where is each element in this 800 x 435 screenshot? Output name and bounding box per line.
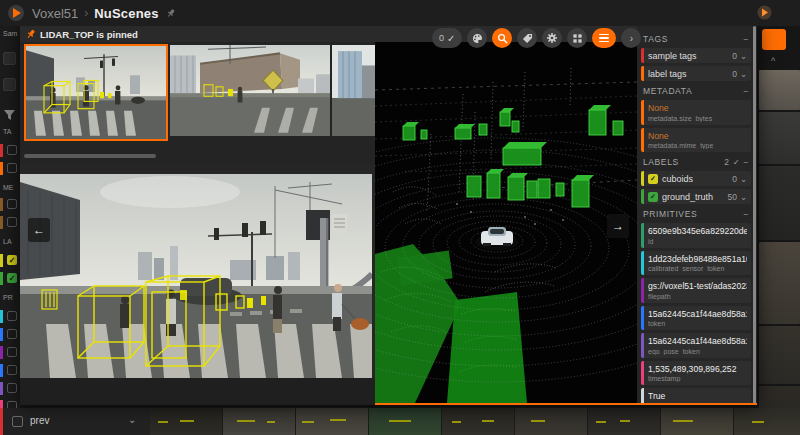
filmstrip-thumb[interactable] — [296, 408, 368, 435]
sidebar-row-ego-pose-token[interactable]: 15a62445ca1f44ae8d58a1f2c1fe947dego_pose… — [641, 333, 751, 358]
tag-button[interactable] — [517, 28, 537, 48]
sidebar-row-metadata-mime[interactable]: None metadata.mime_type — [641, 128, 751, 153]
labels-section-abbrev: LA — [3, 238, 12, 245]
strip-field-row[interactable] — [0, 144, 20, 157]
panels-button[interactable] — [567, 28, 587, 48]
tags-section-header: TAGS − — [643, 32, 749, 46]
labels-count-badge: 2 — [724, 157, 729, 167]
voxel51-logo-icon[interactable] — [8, 5, 24, 21]
sidebar-row-ground-truth[interactable]: ✓ ground_truth 50 ⌄ — [641, 189, 751, 204]
strip-field-row[interactable] — [0, 382, 20, 395]
sidebar-row-sample-tags[interactable]: sample tags 0 ⌄ — [641, 48, 751, 63]
camera-thumbnail-2[interactable] — [170, 45, 330, 136]
brand-name[interactable]: Voxel51 — [32, 6, 78, 21]
sidebar-row-metadata-size[interactable]: None metadata.size_bytes — [641, 100, 751, 125]
prev-camera-arrow[interactable]: ← — [28, 218, 50, 242]
arrow-left-icon: ← — [33, 223, 45, 237]
sidebar-scrollbar[interactable] — [753, 26, 756, 405]
tags-section-abbrev: TA — [3, 128, 11, 135]
background-grid-thumb[interactable] — [759, 242, 800, 324]
ground-truth-checkbox[interactable]: ✓ — [648, 192, 658, 202]
check-icon[interactable]: ✓ — [733, 157, 741, 167]
strip-field-row[interactable] — [0, 310, 20, 323]
collapse-icon[interactable]: − — [743, 157, 749, 167]
arrow-right-icon: → — [612, 219, 624, 233]
strip-field-row[interactable] — [0, 162, 20, 175]
chevron-down-icon[interactable]: ⌄ — [740, 174, 747, 184]
chevron-down-icon[interactable]: ⌄ — [740, 69, 747, 79]
caret-up-icon[interactable]: ^ — [771, 56, 775, 66]
filmstrip-thumb[interactable] — [369, 408, 441, 435]
background-bottom-bar: prev ⌄ — [0, 408, 800, 435]
sidebar-row-calibrated-sensor-token[interactable]: 1dd23defeb98488e851a108a6bdae770calibrat… — [641, 251, 751, 276]
prev-field-row[interactable]: prev ⌄ — [0, 408, 150, 435]
sidebar-row-filepath[interactable]: gs://voxel51-test/adas2023/NuScenes/n..f… — [641, 278, 751, 303]
collapse-icon[interactable]: − — [743, 86, 749, 96]
camera-thumbnail-selected[interactable] — [24, 44, 168, 141]
sidebar-row-cuboids[interactable]: ✓ cuboids 0 ⌄ — [641, 171, 751, 186]
sidebar-row-label-tags[interactable]: label tags 0 ⌄ — [641, 66, 751, 81]
filmstrip-thumb[interactable] — [223, 408, 295, 435]
chevron-down-icon[interactable]: ⌄ — [740, 51, 747, 61]
carousel-scrollbar[interactable] — [24, 154, 156, 158]
background-grid-thumb[interactable] — [759, 326, 800, 384]
prev-checkbox[interactable] — [12, 416, 23, 427]
background-grid-thumb[interactable] — [759, 386, 800, 408]
dataset-pin-icon[interactable] — [166, 8, 176, 18]
strip-field-row[interactable]: ✓ — [0, 254, 20, 267]
strip-field-row[interactable] — [0, 364, 20, 377]
camera-thumb-scene — [26, 46, 166, 139]
camera-main-scene — [20, 174, 372, 378]
filter-funnel-icon[interactable] — [4, 110, 15, 120]
modal-toolbar: 0 ✓ › — [432, 28, 641, 48]
settings-gear-button[interactable] — [542, 28, 562, 48]
chevron-down-icon[interactable]: ⌄ — [740, 192, 747, 202]
strip-field-row[interactable]: ✓ — [0, 272, 20, 285]
filmstrip-thumb[interactable] — [150, 408, 222, 435]
camera-main-view[interactable] — [20, 174, 372, 378]
samples-label: Sam — [3, 30, 17, 37]
pin-icon — [26, 29, 36, 40]
filmstrip-thumb[interactable] — [661, 408, 733, 435]
search-button[interactable] — [492, 28, 512, 48]
collapse-icon[interactable]: − — [743, 209, 749, 219]
strip-field-row[interactable] — [0, 328, 20, 341]
modal-sidebar: TAGS − sample tags 0 ⌄ label tags 0 ⌄ — [637, 26, 757, 405]
camera-thumbnail-3[interactable] — [332, 45, 375, 136]
background-accent-button[interactable] — [762, 29, 786, 50]
background-grid-thumb[interactable] — [759, 166, 800, 240]
selection-count-button[interactable]: 0 ✓ — [432, 28, 462, 48]
filmstrip-thumb[interactable] — [588, 408, 660, 435]
next-slice-arrow[interactable]: → — [607, 214, 629, 238]
collapse-icon[interactable]: − — [743, 34, 749, 44]
color-palette-button[interactable] — [467, 28, 487, 48]
background-thumb — [3, 52, 16, 65]
background-grid-thumb[interactable] — [759, 112, 800, 164]
sidebar-row-timestamp[interactable]: 1,535,489,309,896,252timestamp — [641, 361, 751, 386]
top-right-logo-icon[interactable] — [757, 5, 772, 20]
chevron-right-icon: › — [630, 33, 633, 44]
metadata-section-abbrev: ME — [3, 184, 14, 191]
strip-field-row[interactable] — [0, 216, 20, 229]
lidar-top-view[interactable]: → — [375, 42, 637, 403]
pinned-message: LIDAR_TOP is pinned — [40, 29, 138, 40]
next-sample-button[interactable]: › — [621, 28, 641, 48]
sidebar-row-id[interactable]: 6509e9b345e6a829220de272id — [641, 223, 751, 248]
filmstrip-thumb[interactable] — [734, 408, 800, 435]
sidebar-row-token[interactable]: 15a62445ca1f44ae8d58a1f2c1fe947dtoken — [641, 306, 751, 331]
filmstrip-thumb[interactable] — [515, 408, 587, 435]
menu-button[interactable] — [592, 28, 616, 48]
chevron-down-icon[interactable]: ⌄ — [128, 414, 136, 425]
strip-field-row[interactable] — [0, 346, 20, 359]
prev-label: prev — [30, 415, 49, 426]
filmstrip-thumb[interactable] — [442, 408, 514, 435]
cuboids-checkbox[interactable]: ✓ — [648, 174, 658, 184]
breadcrumb-separator-icon: › — [84, 6, 88, 20]
background-grid-thumb[interactable] — [759, 70, 800, 110]
pinned-panel-highlight — [375, 403, 757, 405]
strip-field-row[interactable] — [0, 400, 20, 408]
background-thumb — [3, 78, 16, 91]
camera-thumb-scene — [332, 45, 375, 136]
strip-field-row[interactable] — [0, 198, 20, 211]
hamburger-icon — [599, 34, 609, 43]
